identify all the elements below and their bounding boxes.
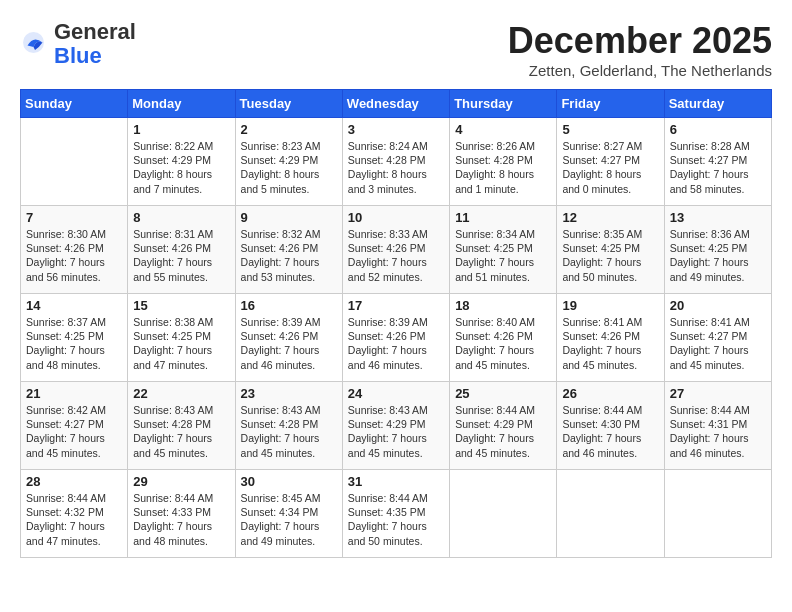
day-info: Sunrise: 8:32 AMSunset: 4:26 PMDaylight:… <box>241 227 337 284</box>
column-header-tuesday: Tuesday <box>235 90 342 118</box>
page-header: General Blue December 2025 Zetten, Gelde… <box>20 20 772 79</box>
calendar-day-28: 28Sunrise: 8:44 AMSunset: 4:32 PMDayligh… <box>21 470 128 558</box>
calendar-day-2: 2Sunrise: 8:23 AMSunset: 4:29 PMDaylight… <box>235 118 342 206</box>
calendar-day-6: 6Sunrise: 8:28 AMSunset: 4:27 PMDaylight… <box>664 118 771 206</box>
title-block: December 2025 Zetten, Gelderland, The Ne… <box>508 20 772 79</box>
day-number: 8 <box>133 210 229 225</box>
day-info: Sunrise: 8:39 AMSunset: 4:26 PMDaylight:… <box>348 315 444 372</box>
day-info: Sunrise: 8:43 AMSunset: 4:29 PMDaylight:… <box>348 403 444 460</box>
day-info: Sunrise: 8:22 AMSunset: 4:29 PMDaylight:… <box>133 139 229 196</box>
day-number: 26 <box>562 386 658 401</box>
calendar-day-22: 22Sunrise: 8:43 AMSunset: 4:28 PMDayligh… <box>128 382 235 470</box>
day-info: Sunrise: 8:44 AMSunset: 4:30 PMDaylight:… <box>562 403 658 460</box>
calendar-day-17: 17Sunrise: 8:39 AMSunset: 4:26 PMDayligh… <box>342 294 449 382</box>
calendar-day-3: 3Sunrise: 8:24 AMSunset: 4:28 PMDaylight… <box>342 118 449 206</box>
calendar-week-4: 21Sunrise: 8:42 AMSunset: 4:27 PMDayligh… <box>21 382 772 470</box>
day-info: Sunrise: 8:35 AMSunset: 4:25 PMDaylight:… <box>562 227 658 284</box>
calendar-day-8: 8Sunrise: 8:31 AMSunset: 4:26 PMDaylight… <box>128 206 235 294</box>
day-number: 10 <box>348 210 444 225</box>
day-number: 4 <box>455 122 551 137</box>
calendar-day-31: 31Sunrise: 8:44 AMSunset: 4:35 PMDayligh… <box>342 470 449 558</box>
day-info: Sunrise: 8:26 AMSunset: 4:28 PMDaylight:… <box>455 139 551 196</box>
calendar-day-30: 30Sunrise: 8:45 AMSunset: 4:34 PMDayligh… <box>235 470 342 558</box>
day-info: Sunrise: 8:44 AMSunset: 4:35 PMDaylight:… <box>348 491 444 548</box>
calendar-day-9: 9Sunrise: 8:32 AMSunset: 4:26 PMDaylight… <box>235 206 342 294</box>
day-number: 14 <box>26 298 122 313</box>
calendar-day-15: 15Sunrise: 8:38 AMSunset: 4:25 PMDayligh… <box>128 294 235 382</box>
logo-general-text: General <box>54 19 136 44</box>
calendar-day-empty <box>450 470 557 558</box>
calendar-day-23: 23Sunrise: 8:43 AMSunset: 4:28 PMDayligh… <box>235 382 342 470</box>
day-number: 2 <box>241 122 337 137</box>
day-info: Sunrise: 8:42 AMSunset: 4:27 PMDaylight:… <box>26 403 122 460</box>
day-number: 13 <box>670 210 766 225</box>
calendar-day-empty <box>557 470 664 558</box>
day-info: Sunrise: 8:38 AMSunset: 4:25 PMDaylight:… <box>133 315 229 372</box>
day-info: Sunrise: 8:45 AMSunset: 4:34 PMDaylight:… <box>241 491 337 548</box>
column-header-friday: Friday <box>557 90 664 118</box>
day-info: Sunrise: 8:44 AMSunset: 4:33 PMDaylight:… <box>133 491 229 548</box>
logo-icon <box>20 29 50 59</box>
day-info: Sunrise: 8:31 AMSunset: 4:26 PMDaylight:… <box>133 227 229 284</box>
day-number: 1 <box>133 122 229 137</box>
day-info: Sunrise: 8:37 AMSunset: 4:25 PMDaylight:… <box>26 315 122 372</box>
day-number: 21 <box>26 386 122 401</box>
day-info: Sunrise: 8:44 AMSunset: 4:29 PMDaylight:… <box>455 403 551 460</box>
day-info: Sunrise: 8:30 AMSunset: 4:26 PMDaylight:… <box>26 227 122 284</box>
day-number: 12 <box>562 210 658 225</box>
day-info: Sunrise: 8:40 AMSunset: 4:26 PMDaylight:… <box>455 315 551 372</box>
day-number: 29 <box>133 474 229 489</box>
column-header-saturday: Saturday <box>664 90 771 118</box>
day-info: Sunrise: 8:23 AMSunset: 4:29 PMDaylight:… <box>241 139 337 196</box>
calendar-day-empty <box>21 118 128 206</box>
day-info: Sunrise: 8:34 AMSunset: 4:25 PMDaylight:… <box>455 227 551 284</box>
calendar-day-27: 27Sunrise: 8:44 AMSunset: 4:31 PMDayligh… <box>664 382 771 470</box>
calendar-day-14: 14Sunrise: 8:37 AMSunset: 4:25 PMDayligh… <box>21 294 128 382</box>
day-info: Sunrise: 8:43 AMSunset: 4:28 PMDaylight:… <box>241 403 337 460</box>
day-info: Sunrise: 8:39 AMSunset: 4:26 PMDaylight:… <box>241 315 337 372</box>
day-number: 9 <box>241 210 337 225</box>
day-info: Sunrise: 8:28 AMSunset: 4:27 PMDaylight:… <box>670 139 766 196</box>
day-number: 30 <box>241 474 337 489</box>
column-header-wednesday: Wednesday <box>342 90 449 118</box>
day-number: 11 <box>455 210 551 225</box>
logo-blue-text: Blue <box>54 43 102 68</box>
day-info: Sunrise: 8:36 AMSunset: 4:25 PMDaylight:… <box>670 227 766 284</box>
day-info: Sunrise: 8:43 AMSunset: 4:28 PMDaylight:… <box>133 403 229 460</box>
calendar-day-21: 21Sunrise: 8:42 AMSunset: 4:27 PMDayligh… <box>21 382 128 470</box>
calendar-week-5: 28Sunrise: 8:44 AMSunset: 4:32 PMDayligh… <box>21 470 772 558</box>
day-number: 22 <box>133 386 229 401</box>
day-number: 28 <box>26 474 122 489</box>
day-info: Sunrise: 8:27 AMSunset: 4:27 PMDaylight:… <box>562 139 658 196</box>
calendar-day-16: 16Sunrise: 8:39 AMSunset: 4:26 PMDayligh… <box>235 294 342 382</box>
calendar-week-1: 1Sunrise: 8:22 AMSunset: 4:29 PMDaylight… <box>21 118 772 206</box>
day-number: 24 <box>348 386 444 401</box>
day-number: 6 <box>670 122 766 137</box>
day-number: 18 <box>455 298 551 313</box>
column-header-monday: Monday <box>128 90 235 118</box>
calendar-day-20: 20Sunrise: 8:41 AMSunset: 4:27 PMDayligh… <box>664 294 771 382</box>
calendar-day-1: 1Sunrise: 8:22 AMSunset: 4:29 PMDaylight… <box>128 118 235 206</box>
day-number: 20 <box>670 298 766 313</box>
calendar-day-10: 10Sunrise: 8:33 AMSunset: 4:26 PMDayligh… <box>342 206 449 294</box>
day-number: 19 <box>562 298 658 313</box>
calendar-day-29: 29Sunrise: 8:44 AMSunset: 4:33 PMDayligh… <box>128 470 235 558</box>
calendar-day-7: 7Sunrise: 8:30 AMSunset: 4:26 PMDaylight… <box>21 206 128 294</box>
day-number: 3 <box>348 122 444 137</box>
calendar-day-24: 24Sunrise: 8:43 AMSunset: 4:29 PMDayligh… <box>342 382 449 470</box>
logo: General Blue <box>20 20 136 68</box>
day-info: Sunrise: 8:41 AMSunset: 4:27 PMDaylight:… <box>670 315 766 372</box>
day-number: 17 <box>348 298 444 313</box>
day-info: Sunrise: 8:33 AMSunset: 4:26 PMDaylight:… <box>348 227 444 284</box>
days-header-row: SundayMondayTuesdayWednesdayThursdayFrid… <box>21 90 772 118</box>
day-number: 5 <box>562 122 658 137</box>
location-subtitle: Zetten, Gelderland, The Netherlands <box>508 62 772 79</box>
calendar-week-3: 14Sunrise: 8:37 AMSunset: 4:25 PMDayligh… <box>21 294 772 382</box>
calendar-day-18: 18Sunrise: 8:40 AMSunset: 4:26 PMDayligh… <box>450 294 557 382</box>
month-title: December 2025 <box>508 20 772 62</box>
calendar-day-11: 11Sunrise: 8:34 AMSunset: 4:25 PMDayligh… <box>450 206 557 294</box>
calendar-day-13: 13Sunrise: 8:36 AMSunset: 4:25 PMDayligh… <box>664 206 771 294</box>
calendar-day-26: 26Sunrise: 8:44 AMSunset: 4:30 PMDayligh… <box>557 382 664 470</box>
column-header-thursday: Thursday <box>450 90 557 118</box>
day-number: 23 <box>241 386 337 401</box>
